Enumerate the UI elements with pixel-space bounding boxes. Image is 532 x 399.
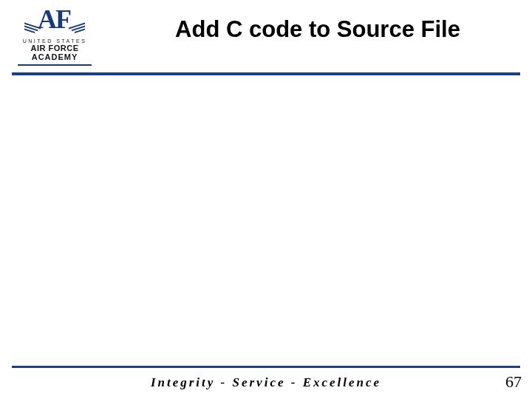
af-monogram: AF [29, 6, 81, 37]
page-number: 67 [505, 372, 522, 392]
logo-line2: ACADEMY [18, 52, 92, 61]
logo-line1: AIR FORCE [18, 44, 92, 52]
logo-subscript: UNITED STATES [18, 38, 92, 44]
footer-motto: Integrity - Service - Excellence [0, 375, 532, 390]
header-divider [12, 72, 520, 75]
org-logo: AF UNITED STATES AIR FORCE ACADEMY [18, 6, 92, 66]
slide-title-wrap: Add C code to Source File [118, 16, 517, 43]
footer-divider [12, 366, 520, 368]
slide: AF UNITED STATES AIR FORCE ACADEMY Add C… [0, 0, 532, 399]
slide-title: Add C code to Source File [118, 16, 517, 43]
logo-underline [18, 64, 92, 66]
